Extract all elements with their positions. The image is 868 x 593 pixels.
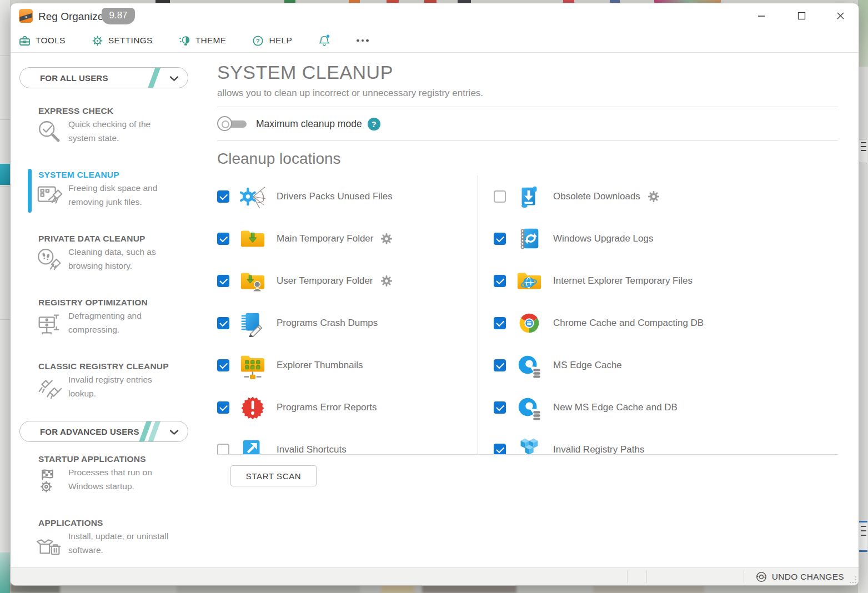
main-temp-folder-icon <box>239 225 267 253</box>
sidebar-item-system-cleanup[interactable]: SYSTEM CLEANUP Freeing disk space and re… <box>11 170 206 214</box>
sidebar-item-desc: Freeing disk space and removing junk fil… <box>68 182 179 214</box>
gear-icon[interactable] <box>381 233 392 244</box>
sidebar-item-applications[interactable]: APPLICATIONS Install, update, or uninsta… <box>11 518 206 562</box>
help-icon[interactable]: ? <box>368 118 380 130</box>
toggle-knob <box>217 116 232 131</box>
active-indicator <box>28 169 32 213</box>
cleanup-item-drivers-packs: Drivers Packs Unused Files <box>217 175 478 218</box>
menu-help-label: HELP <box>269 36 292 46</box>
sidebar-item-title: STARTUP APPLICATIONS <box>38 454 206 464</box>
statusbar: UNDO CHANGES <box>11 567 859 585</box>
checkbox[interactable] <box>494 401 506 414</box>
system-cleanup-icon <box>35 182 65 214</box>
menu-theme-label: THEME <box>195 36 227 46</box>
private-data-cleanup-icon <box>35 245 65 278</box>
cleanup-item-windows-upgrade-logs: Windows Upgrade Logs <box>494 218 838 260</box>
cleanup-item-crash-dumps: Programs Crash Dumps <box>217 302 478 344</box>
menu-tools[interactable]: TOOLS <box>18 34 66 47</box>
sidebar-item-desc: Processes that run on Windows startup. <box>68 466 179 498</box>
menu-settings-label: SETTINGS <box>108 36 153 46</box>
cleanup-column-left: Drivers Packs Unused Files <box>217 175 478 455</box>
cleanup-item-error-reports: Programs Error Reports <box>217 386 478 429</box>
cleanup-locations-grid: Drivers Packs Unused Files <box>217 175 838 455</box>
cleanup-item-main-temp-folder: Main Temporary Folder <box>217 218 478 260</box>
cleanup-item-label: Invalid Shortcuts <box>277 444 347 455</box>
cleanup-item-label: Main Temporary Folder <box>277 233 373 244</box>
more-menu-button[interactable] <box>357 39 369 42</box>
page-title: SYSTEM CLEANUP <box>217 62 838 83</box>
registry-optimization-icon <box>35 309 65 341</box>
cleanup-item-explorer-thumbnails: Explorer Thumbnails <box>217 344 478 386</box>
group-for-advanced-users[interactable]: FOR ADVANCED USERS <box>19 421 188 442</box>
checkbox[interactable] <box>217 401 229 414</box>
classic-registry-cleanup-icon <box>35 373 65 405</box>
theme-lightbulb-icon <box>178 34 191 47</box>
checkbox[interactable] <box>494 317 506 329</box>
question-circle-icon: ? <box>252 34 264 47</box>
notifications-bell[interactable] <box>318 34 331 47</box>
startup-applications-icon <box>35 466 65 498</box>
checkbox[interactable] <box>217 444 229 455</box>
gear-icon[interactable] <box>648 191 659 202</box>
drivers-packs-icon <box>239 183 267 210</box>
notification-dot <box>327 35 329 38</box>
gear-icon[interactable] <box>381 275 392 287</box>
checkbox[interactable] <box>494 444 506 455</box>
group-for-all-users[interactable]: FOR ALL USERS <box>19 67 188 88</box>
cleanup-item-label: Drivers Packs Unused Files <box>277 191 393 202</box>
resize-grip[interactable] <box>850 576 856 583</box>
sidebar-item-classic-registry-cleanup[interactable]: CLASSIC REGISTRY CLEANUP Invalid registr… <box>11 361 206 405</box>
invalid-registry-paths-icon <box>515 436 543 455</box>
sidebar-item-registry-optimization[interactable]: REGISTRY OPTIMIZATION Defragmenting and … <box>11 298 206 341</box>
checkbox[interactable] <box>217 233 229 245</box>
background-left-bottom <box>0 552 10 593</box>
background-right-glyph <box>859 521 867 552</box>
ie-temp-files-icon <box>515 267 543 295</box>
background-left-panel <box>0 0 11 593</box>
section-title: Cleanup locations <box>217 150 838 168</box>
menu-settings[interactable]: SETTINGS <box>91 34 153 47</box>
pill-stripes <box>150 67 155 88</box>
explorer-thumbnails-icon <box>239 351 267 379</box>
undo-changes-button[interactable]: UNDO CHANGES <box>755 568 844 585</box>
group-label: FOR ADVANCED USERS <box>40 427 139 436</box>
sidebar-item-startup-applications[interactable]: STARTUP APPLICATIONS <box>11 454 206 498</box>
cleanup-item-label: Programs Error Reports <box>277 402 377 413</box>
ms-edge-cache-icon <box>515 351 543 379</box>
menu-help[interactable]: ? HELP <box>252 34 292 47</box>
checkbox[interactable] <box>494 233 506 245</box>
checkbox[interactable] <box>217 190 229 203</box>
main-content: SYSTEM CLEANUP allows you to clean up in… <box>206 53 859 570</box>
cleanup-item-label: Programs Crash Dumps <box>277 318 378 329</box>
menu-theme[interactable]: THEME <box>178 34 227 47</box>
checkbox[interactable] <box>217 275 229 287</box>
background-right-panel <box>858 0 868 593</box>
cleanup-item-label: User Temporary Folder <box>277 275 373 287</box>
statusbar-cell-divider <box>744 570 744 583</box>
sidebar: FOR ALL USERS EXPRESS CHECK <box>11 53 206 570</box>
checkbox[interactable] <box>217 317 229 329</box>
checkbox[interactable] <box>217 359 229 371</box>
cleanup-item-label: Chrome Cache and Compacting DB <box>553 318 704 329</box>
briefcase-icon <box>18 34 31 47</box>
checkbox[interactable] <box>494 275 506 287</box>
cleanup-item-user-temp-folder: User Temporary Folder <box>217 260 478 302</box>
cleanup-item-ie-temp-files: Internet Explorer Temporary Files <box>494 260 838 302</box>
sidebar-item-private-data-cleanup[interactable]: PRIVATE DATA CLEANUP Cleanin <box>11 234 206 278</box>
cleanup-item-label: Windows Upgrade Logs <box>553 233 653 244</box>
cleanup-item-invalid-registry-paths: Invalid Registry Paths <box>494 429 838 455</box>
cleanup-item-invalid-shortcuts: Invalid Shortcuts <box>217 429 478 455</box>
checkbox[interactable] <box>494 190 506 203</box>
sidebar-item-desc: Cleaning data, such as browsing history. <box>68 245 179 278</box>
applications-icon <box>35 530 65 562</box>
cleanup-item-new-ms-edge-cache: New MS Edge Cache and DB <box>494 386 838 429</box>
sidebar-item-express-check[interactable]: EXPRESS CHECK Quick checking of the syst… <box>11 106 206 150</box>
max-cleanup-toggle[interactable] <box>217 115 249 132</box>
error-reports-icon <box>239 394 267 421</box>
maximize-button[interactable] <box>793 9 810 22</box>
minimize-button[interactable] <box>753 9 770 22</box>
start-scan-button[interactable]: START SCAN <box>230 465 317 486</box>
background-left-accent <box>0 164 10 185</box>
checkbox[interactable] <box>494 359 506 371</box>
close-button[interactable] <box>832 9 849 22</box>
